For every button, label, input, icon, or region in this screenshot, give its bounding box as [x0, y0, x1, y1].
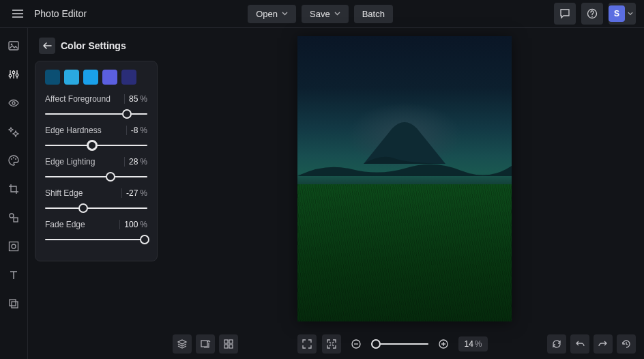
- slider-thumb[interactable]: [87, 140, 98, 151]
- slider-edge-hardness: Edge Hardness -8%: [45, 126, 147, 150]
- zoom-out-button[interactable]: [347, 334, 366, 354]
- avatar: S: [609, 5, 625, 22]
- slider-thumb[interactable]: [140, 235, 149, 244]
- slider-track[interactable]: [45, 172, 147, 182]
- slider-track[interactable]: [45, 203, 147, 213]
- batch-button[interactable]: Batch: [354, 5, 393, 23]
- back-button[interactable]: [39, 38, 55, 54]
- hamburger-icon: [12, 10, 23, 18]
- slider-value[interactable]: 85%: [124, 94, 147, 104]
- layers-icon: [177, 339, 188, 349]
- svg-rect-1: [9, 42, 18, 50]
- chevron-down-icon: [282, 12, 288, 16]
- slider-label: Fade Edge: [45, 220, 85, 229]
- slider-thumb[interactable]: [106, 172, 115, 182]
- svg-point-9: [15, 158, 16, 160]
- adjust-icon: [8, 68, 20, 81]
- undo-icon: [574, 339, 585, 349]
- tool-rail: [0, 28, 28, 359]
- refresh-icon: [551, 339, 562, 349]
- bottom-toolbar: 14%: [164, 329, 644, 359]
- slider-affect-foreground: Affect Foreground 85%: [45, 94, 147, 119]
- chevron-down-icon: [628, 12, 633, 16]
- tool-adjust[interactable]: [4, 65, 23, 84]
- history-icon: [621, 339, 632, 349]
- fit-button[interactable]: [322, 334, 341, 354]
- slider-track[interactable]: [45, 141, 147, 150]
- zoom-slider[interactable]: [371, 343, 428, 345]
- comment-button[interactable]: [554, 3, 576, 25]
- image-icon: [8, 40, 20, 52]
- eye-icon: [8, 97, 20, 109]
- compare-icon: [200, 339, 211, 349]
- grid-icon: [223, 339, 234, 349]
- undo-button[interactable]: [570, 334, 589, 354]
- shapes-icon: [8, 212, 20, 224]
- save-button[interactable]: Save: [302, 5, 349, 23]
- slider-label: Affect Foreground: [45, 94, 111, 104]
- svg-point-8: [13, 157, 14, 158]
- tool-palette[interactable]: [4, 151, 23, 170]
- svg-rect-14: [10, 300, 16, 306]
- tool-eye[interactable]: [4, 94, 23, 113]
- tool-image[interactable]: [4, 36, 23, 55]
- svg-rect-19: [224, 345, 228, 348]
- swatch-0[interactable]: [45, 70, 60, 85]
- slider-value[interactable]: 100%: [119, 220, 147, 229]
- tool-pattern[interactable]: [4, 237, 23, 256]
- slider-label: Shift Edge: [45, 188, 83, 198]
- swatch-1[interactable]: [64, 70, 79, 85]
- slider-track[interactable]: [45, 235, 147, 244]
- swatch-3[interactable]: [102, 70, 117, 85]
- zoom-thumb[interactable]: [371, 339, 381, 349]
- refresh-button[interactable]: [547, 334, 566, 354]
- history-button[interactable]: [617, 334, 636, 354]
- svg-point-7: [11, 158, 12, 160]
- canvas[interactable]: [164, 28, 644, 329]
- account-menu[interactable]: S: [609, 3, 636, 25]
- text-icon: [8, 269, 20, 281]
- svg-rect-15: [12, 302, 18, 308]
- panel-title: Color Settings: [61, 40, 126, 51]
- zoom-in-button[interactable]: [434, 334, 453, 354]
- slider-thumb[interactable]: [78, 203, 88, 213]
- app-title: Photo Editor: [34, 8, 87, 19]
- help-button[interactable]: [581, 3, 603, 25]
- slider-track[interactable]: [45, 109, 147, 119]
- slider-value[interactable]: -8%: [126, 126, 147, 135]
- tool-shapes[interactable]: [4, 208, 23, 227]
- svg-point-2: [11, 44, 13, 46]
- tool-crop[interactable]: [4, 180, 23, 199]
- comment-icon: [559, 8, 570, 19]
- fullscreen-button[interactable]: [297, 334, 317, 354]
- photo-preview: [297, 36, 512, 321]
- effects-icon: [8, 126, 20, 138]
- zoom-value[interactable]: 14%: [458, 336, 487, 351]
- tool-effects[interactable]: [4, 122, 23, 141]
- svg-rect-12: [10, 242, 18, 251]
- tool-text[interactable]: [4, 265, 23, 285]
- open-button[interactable]: Open: [248, 5, 296, 23]
- svg-point-4: [12, 71, 15, 74]
- swatch-4[interactable]: [121, 70, 136, 85]
- slider-thumb[interactable]: [122, 109, 132, 119]
- menu-button[interactable]: [8, 4, 27, 23]
- tool-layers-copy[interactable]: [4, 294, 23, 313]
- svg-rect-16: [201, 341, 207, 347]
- slider-value[interactable]: 28%: [124, 157, 147, 167]
- slider-fade-edge: Fade Edge 100%: [45, 220, 147, 244]
- svg-rect-20: [229, 345, 233, 348]
- redo-button[interactable]: [594, 334, 613, 354]
- layers-button[interactable]: [173, 334, 192, 354]
- slider-value[interactable]: -27%: [121, 188, 147, 198]
- palette-icon: [8, 154, 20, 167]
- slider-edge-lighting: Edge Lighting 28%: [45, 157, 147, 182]
- zoom-out-icon: [351, 339, 362, 349]
- svg-point-10: [10, 214, 14, 218]
- fit-icon: [326, 339, 337, 349]
- swatch-2[interactable]: [83, 70, 98, 85]
- compare-button[interactable]: [196, 334, 215, 354]
- svg-point-13: [12, 244, 16, 248]
- grid-button[interactable]: [219, 334, 238, 354]
- color-settings-card: Affect Foreground 85% Edge Hardness -8% …: [35, 61, 158, 261]
